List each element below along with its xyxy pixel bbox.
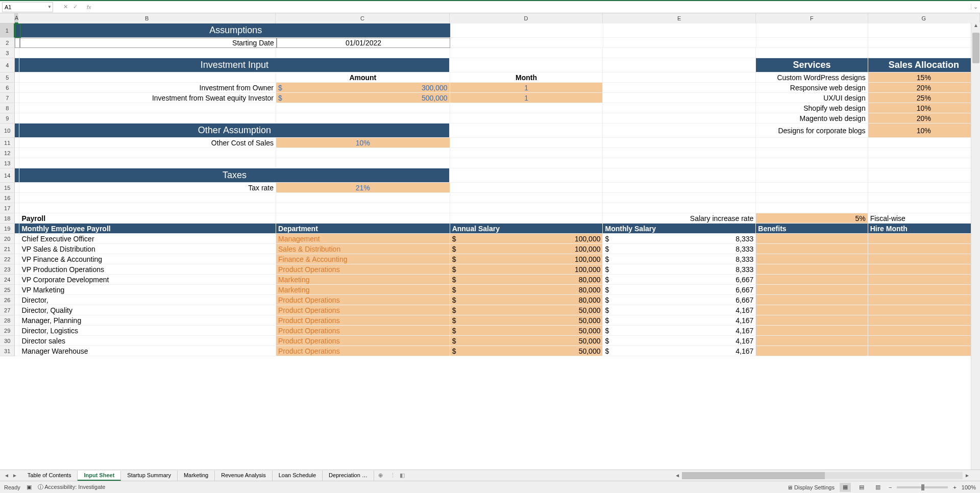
cell[interactable] xyxy=(868,138,980,148)
cell[interactable]: Manager Warehouse xyxy=(19,346,276,356)
scroll-up-icon[interactable]: ▲ xyxy=(971,22,980,32)
cell[interactable]: VP Marketing xyxy=(19,285,276,295)
row-header[interactable]: 13 xyxy=(0,158,15,168)
cell[interactable] xyxy=(19,113,276,124)
cell[interactable] xyxy=(15,148,19,158)
cell[interactable]: $8,333 xyxy=(603,234,756,244)
cell[interactable]: 01/01/2022 xyxy=(277,38,450,48)
row-header[interactable]: 2 xyxy=(0,38,15,48)
fx-icon[interactable]: fx xyxy=(87,4,91,10)
tab-split-icon[interactable]: ◧ xyxy=(400,472,405,479)
cell[interactable] xyxy=(603,183,756,193)
sheet-tab[interactable]: Input Sheet xyxy=(78,471,121,481)
cell[interactable] xyxy=(276,48,450,58)
sheet-tab[interactable]: Depreciation … xyxy=(323,471,374,481)
cell[interactable] xyxy=(15,234,19,244)
cell[interactable] xyxy=(603,168,756,183)
cell[interactable] xyxy=(15,315,19,326)
name-box-dropdown-icon[interactable]: ▼ xyxy=(47,5,52,9)
cell[interactable] xyxy=(756,305,868,315)
cell[interactable] xyxy=(15,193,19,203)
cell[interactable]: $50,000 xyxy=(450,336,603,346)
cell[interactable] xyxy=(868,23,980,38)
view-layout-button[interactable]: ▤ xyxy=(856,483,867,492)
cell[interactable] xyxy=(450,183,603,193)
cell[interactable]: 20% xyxy=(868,113,980,124)
tab-nav-prev-icon[interactable]: ◄ xyxy=(4,473,9,478)
cell[interactable]: Investment Input xyxy=(19,58,450,72)
cell[interactable] xyxy=(276,148,450,158)
cell[interactable] xyxy=(868,168,980,183)
cell[interactable] xyxy=(756,275,868,285)
row-header[interactable]: 24 xyxy=(0,275,15,285)
cell[interactable] xyxy=(450,158,603,168)
horizontal-scroll-thumb[interactable] xyxy=(682,472,825,479)
col-header-g[interactable]: G xyxy=(868,13,980,23)
cell[interactable]: Taxes xyxy=(19,168,450,183)
cell[interactable]: Marketing xyxy=(276,275,450,285)
cell[interactable] xyxy=(19,203,276,213)
tab-nav-next-icon[interactable]: ► xyxy=(12,473,17,478)
hscroll-left-icon[interactable]: ◄ xyxy=(675,473,680,478)
cell[interactable] xyxy=(15,326,19,336)
sheet-tab[interactable]: Loan Schedule xyxy=(273,471,323,481)
cell[interactable]: $8,333 xyxy=(603,254,756,264)
col-header-c[interactable]: C xyxy=(276,13,450,23)
cell[interactable] xyxy=(603,93,756,103)
worksheet-grid[interactable]: A B C D E F G 1Assumptions2Starting Date… xyxy=(0,13,980,356)
row-header[interactable]: 11 xyxy=(0,138,15,148)
cell[interactable] xyxy=(15,275,19,285)
cell[interactable] xyxy=(276,158,450,168)
cell[interactable] xyxy=(15,264,19,275)
cell[interactable] xyxy=(450,38,603,48)
row-header[interactable]: 23 xyxy=(0,264,15,275)
cell[interactable] xyxy=(450,113,603,124)
name-box[interactable]: A1 ▼ xyxy=(2,2,53,12)
cell[interactable]: 1 xyxy=(450,93,603,103)
cell[interactable] xyxy=(15,158,19,168)
cell[interactable]: $4,167 xyxy=(603,315,756,326)
cell[interactable] xyxy=(450,203,603,213)
horizontal-scrollbar[interactable] xyxy=(682,472,963,479)
cell[interactable] xyxy=(603,113,756,124)
cell[interactable]: Custom WordPress designs xyxy=(756,72,868,83)
cell[interactable] xyxy=(451,23,603,38)
cell[interactable] xyxy=(276,193,450,203)
cell[interactable] xyxy=(868,275,980,285)
cell[interactable]: $100,000 xyxy=(450,264,603,275)
zoom-level[interactable]: 100% xyxy=(962,484,976,490)
row-header[interactable]: 26 xyxy=(0,295,15,305)
display-settings-button[interactable]: 🖥 Display Settings xyxy=(787,484,835,490)
view-normal-button[interactable]: ▦ xyxy=(840,483,851,492)
cell[interactable]: Director, Quality xyxy=(19,305,276,315)
cell[interactable] xyxy=(276,213,450,224)
vertical-scrollbar[interactable]: ▲ xyxy=(971,22,980,478)
cell[interactable] xyxy=(603,124,756,138)
cell[interactable] xyxy=(15,224,19,234)
cell[interactable]: VP Corporate Development xyxy=(19,275,276,285)
cell[interactable]: Director, xyxy=(19,295,276,305)
cell[interactable] xyxy=(19,103,276,113)
cell[interactable]: $500,000 xyxy=(276,93,450,103)
cell[interactable] xyxy=(450,58,603,72)
zoom-out-button[interactable]: − xyxy=(889,484,892,490)
cell[interactable]: Director sales xyxy=(19,336,276,346)
cell[interactable] xyxy=(756,168,868,183)
cell[interactable]: $8,333 xyxy=(603,264,756,275)
cell[interactable]: $50,000 xyxy=(450,305,603,315)
cell[interactable]: Product Operations xyxy=(276,326,450,336)
cell[interactable] xyxy=(15,72,19,83)
cell[interactable]: 20% xyxy=(868,83,980,93)
cell[interactable] xyxy=(868,346,980,356)
row-header[interactable]: 15 xyxy=(0,183,15,193)
cell[interactable] xyxy=(756,326,868,336)
add-sheet-button[interactable]: ⊕ xyxy=(374,471,387,480)
col-header-d[interactable]: D xyxy=(450,13,603,23)
cell[interactable]: 10% xyxy=(868,103,980,113)
cell[interactable] xyxy=(756,254,868,264)
row-header[interactable]: 4 xyxy=(0,58,15,72)
cell[interactable]: VP Finance & Accounting xyxy=(19,254,276,264)
cell[interactable] xyxy=(276,103,450,113)
cell[interactable]: Monthly Employee Payroll xyxy=(19,224,276,234)
row-header[interactable]: 25 xyxy=(0,285,15,295)
